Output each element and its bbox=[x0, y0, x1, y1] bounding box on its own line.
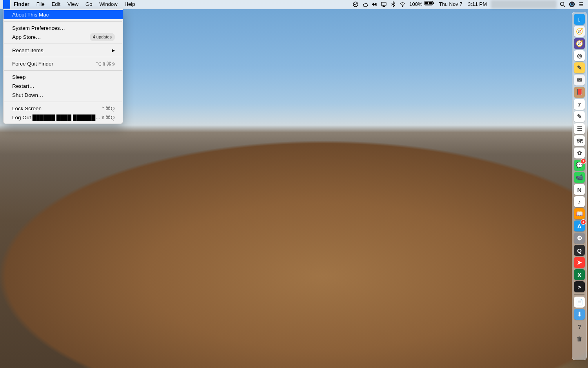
dock-appstore-icon[interactable]: A4 bbox=[574, 220, 585, 231]
app-name-menu[interactable]: Finder bbox=[10, 0, 33, 9]
dock: 􀎞🧭🧭◎✎✉︎📕7✎☰🗺✿💬1📹N♪📖A4⚙︎Q➤X>📄⬇︎?🗑 bbox=[572, 12, 587, 360]
apple-menu-dropdown: About This Mac System Preferences… App S… bbox=[3, 9, 123, 124]
menu-recent-items[interactable]: Recent Items ▶ bbox=[4, 46, 123, 55]
dock-notes-icon[interactable]: ✎ bbox=[574, 111, 585, 122]
menu-app-store[interactable]: App Store… 4 updates bbox=[4, 33, 123, 42]
status-icon-3[interactable] bbox=[371, 0, 378, 9]
notification-center-icon[interactable] bbox=[578, 0, 585, 9]
siri-icon[interactable] bbox=[568, 0, 575, 9]
submenu-arrow-icon: ▶ bbox=[112, 47, 115, 54]
bluetooth-icon[interactable] bbox=[390, 0, 397, 9]
dock-separator bbox=[574, 294, 584, 295]
app-store-updates-badge: 4 updates bbox=[90, 33, 115, 41]
dock-maps-icon[interactable]: 🗺 bbox=[574, 135, 585, 146]
shortcut-label: ⌥⇧⌘⎋ bbox=[96, 60, 115, 67]
shortcut-label: ⇧⌘Q bbox=[101, 114, 115, 121]
menu-shutdown[interactable]: Shut Down… bbox=[4, 91, 123, 100]
menu-restart[interactable]: Restart… bbox=[4, 82, 123, 91]
menu-about-this-mac[interactable]: About This Mac bbox=[4, 10, 123, 19]
dock-terminal-icon[interactable]: > bbox=[574, 281, 585, 292]
dock-photos-icon[interactable]: ✿ bbox=[574, 148, 585, 158]
menu-go[interactable]: Go bbox=[82, 0, 96, 9]
dock-reminders-icon[interactable]: ☰ bbox=[574, 123, 585, 134]
dock-contacts-icon[interactable]: 📕 bbox=[574, 87, 585, 98]
battery-status[interactable]: 100% bbox=[408, 0, 435, 9]
menu-log-out[interactable]: Log Out ██████ ████ ██████… ⇧⌘Q bbox=[4, 113, 123, 122]
svg-point-7 bbox=[570, 2, 575, 7]
dock-news-icon[interactable]: N bbox=[574, 184, 585, 195]
dock-1password-icon[interactable]: ➤ bbox=[574, 257, 585, 268]
dock-help-icon[interactable]: ? bbox=[574, 321, 585, 332]
dock-textedit-doc-icon[interactable]: 📄 bbox=[574, 297, 585, 308]
svg-point-0 bbox=[353, 2, 358, 7]
menu-system-preferences[interactable]: System Preferences… bbox=[4, 24, 123, 33]
dock-finder-icon[interactable]: 􀎞 bbox=[574, 14, 585, 25]
menubar-date[interactable]: Thu Nov 7 bbox=[437, 0, 464, 9]
svg-point-2 bbox=[402, 6, 403, 7]
creative-cloud-icon[interactable] bbox=[361, 0, 368, 9]
dock-safari-tp-icon[interactable]: 🧭 bbox=[574, 38, 585, 49]
menu-force-quit[interactable]: Force Quit Finder ⌥⇧⌘⎋ bbox=[4, 59, 123, 68]
battery-percent: 100% bbox=[409, 0, 422, 9]
dock-stickies-icon[interactable]: ✎ bbox=[574, 62, 585, 73]
menu-window[interactable]: Window bbox=[96, 0, 121, 9]
dock-calendar-icon[interactable]: 7 bbox=[574, 99, 585, 110]
wifi-icon[interactable] bbox=[399, 0, 406, 9]
airplay-icon[interactable] bbox=[380, 0, 387, 9]
dock-music-icon[interactable]: ♪ bbox=[574, 196, 585, 207]
svg-rect-4 bbox=[433, 2, 434, 4]
dock-quicktime-icon[interactable]: Q bbox=[574, 245, 585, 256]
dock-excel-icon[interactable]: X bbox=[574, 269, 585, 280]
menu-edit[interactable]: Edit bbox=[48, 0, 64, 9]
menubar-username[interactable]: ██████ ████ ██████████ bbox=[491, 0, 557, 9]
battery-icon bbox=[424, 0, 434, 9]
menu-help[interactable]: Help bbox=[121, 0, 139, 9]
dock-books-icon[interactable]: 📖 bbox=[574, 208, 585, 219]
menu-separator bbox=[4, 21, 122, 22]
dock-systemprefs-icon[interactable]: ⚙︎ bbox=[574, 233, 585, 244]
menu-separator bbox=[4, 102, 122, 102]
menu-separator bbox=[4, 70, 122, 71]
dock-downloads-icon[interactable]: ⬇︎ bbox=[574, 309, 585, 320]
menubar-time[interactable]: 3:11 PM bbox=[466, 0, 488, 9]
apple-menu-button[interactable] bbox=[3, 0, 10, 9]
dock-trash-icon[interactable]: 🗑 bbox=[574, 333, 585, 344]
menu-view[interactable]: View bbox=[64, 0, 82, 9]
menu-bar: Finder File Edit View Go Window Help 100… bbox=[0, 0, 588, 9]
dock-chrome-icon[interactable]: ◎ bbox=[574, 50, 585, 61]
dock-mail-icon[interactable]: ✉︎ bbox=[574, 75, 585, 86]
status-icon-1[interactable] bbox=[352, 0, 359, 9]
menu-lock-screen[interactable]: Lock Screen ⌃⌘Q bbox=[4, 104, 123, 113]
dock-facetime-icon[interactable]: 📹 bbox=[574, 172, 585, 183]
dock-badge: 4 bbox=[581, 219, 586, 225]
menu-sleep[interactable]: Sleep bbox=[4, 73, 123, 82]
dock-messages-icon[interactable]: 💬1 bbox=[574, 160, 585, 171]
dock-safari-icon[interactable]: 🧭 bbox=[574, 26, 585, 37]
dock-badge: 1 bbox=[581, 158, 586, 164]
menu-file[interactable]: File bbox=[33, 0, 48, 9]
menu-separator bbox=[4, 44, 122, 44]
menu-separator bbox=[4, 57, 122, 57]
shortcut-label: ⌃⌘Q bbox=[101, 105, 115, 112]
svg-rect-1 bbox=[381, 2, 386, 5]
